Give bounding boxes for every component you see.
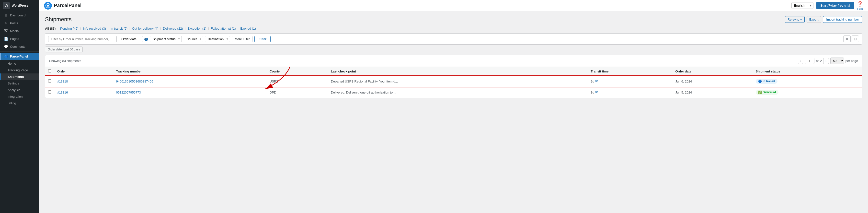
svg-point-1	[47, 5, 49, 7]
tab-info-received[interactable]: Info received (3)	[83, 27, 107, 30]
filter-bar: Order date 1 Shipment status Courier Des…	[45, 33, 862, 44]
tab-failed[interactable]: Failed attempt (1)	[211, 27, 237, 30]
transit-time-cell: 3d ✉	[588, 87, 672, 98]
tracking-link[interactable]: 940013610553685387405	[116, 80, 153, 83]
help-button[interactable]: ❓ Help	[857, 1, 863, 10]
row-checkbox[interactable]	[48, 79, 51, 83]
tab-expired[interactable]: Expired (1)	[240, 27, 256, 30]
tracking-cell: 940013610553685387405	[113, 76, 267, 87]
last-checkpoint-col-header: Last check point	[328, 67, 588, 76]
free-trial-button[interactable]: Start 7-day free trial	[816, 2, 854, 9]
courier-select[interactable]: Courier	[184, 36, 203, 42]
resync-button[interactable]: Re-sync ▾	[785, 16, 805, 23]
sidebar-item-label: Media	[10, 29, 19, 33]
order-date-col-header: Order date	[672, 67, 752, 76]
parcelpanel-label: ParcelPanel	[10, 55, 28, 58]
shipments-table-container: Showing 83 shipments ‹ of 2 › 50 100 200…	[45, 55, 862, 98]
transit-time-value: 3d ✉	[591, 90, 669, 94]
brand-logo-icon	[44, 2, 52, 9]
tab-pending[interactable]: Pending (45)	[60, 27, 79, 30]
tracking-col-header: Tracking number	[113, 67, 267, 76]
comments-icon: 💬	[4, 44, 8, 49]
next-page-button[interactable]: ›	[823, 58, 829, 64]
tab-exception[interactable]: Exception (1)	[187, 27, 207, 30]
row-checkbox[interactable]	[48, 90, 51, 93]
sidebar-item-comments[interactable]: 💬 Comments	[0, 42, 39, 51]
table-header-row: Order Tracking number Courier Last check…	[45, 67, 862, 76]
dashboard-icon: ⊞	[4, 13, 8, 17]
sidebar-item-parcelpanel[interactable]: 🔵 ParcelPanel	[0, 53, 39, 60]
pages-icon: 📄	[4, 37, 8, 41]
prev-page-button[interactable]: ‹	[798, 58, 803, 64]
parcelpanel-icon: 🔵	[4, 55, 8, 58]
tab-all[interactable]: All (83)	[45, 27, 57, 30]
sub-item-label: Billing	[8, 101, 16, 105]
shipment-status-select[interactable]: Shipment status	[150, 36, 182, 42]
sidebar-item-media[interactable]: 🖼 Media	[0, 27, 39, 35]
tracking-link[interactable]: 05122057955773	[116, 91, 141, 94]
sub-item-label: Integration	[8, 95, 23, 98]
order-link[interactable]: #13316	[57, 91, 68, 94]
sub-item-label: Shipments	[8, 75, 24, 79]
select-all-checkbox[interactable]	[48, 69, 51, 72]
more-filter-button[interactable]: More Filter	[232, 36, 252, 42]
row-checkbox-cell	[45, 87, 54, 98]
content-area: Shipments Re-sync ▾ Export Import tracki…	[39, 11, 868, 213]
sidebar-item-pages[interactable]: 📄 Pages	[0, 35, 39, 42]
sidebar-item-dashboard[interactable]: ⊞ Dashboard	[0, 11, 39, 19]
media-icon: 🖼	[4, 29, 8, 33]
per-page-label: per page	[845, 59, 858, 63]
language-select[interactable]: English Français Deutsch	[792, 2, 813, 9]
order-cell: #13318	[54, 76, 113, 87]
order-date-badge: 1	[144, 38, 148, 41]
tab-in-transit[interactable]: In transit (6)	[111, 27, 128, 30]
brand-name: ParcelPanel	[54, 3, 82, 8]
order-date-select[interactable]: Order date	[119, 36, 143, 42]
sidebar: W WordPress ⊞ Dashboard ✎ Posts 🖼 Media …	[0, 0, 39, 213]
sidebar-sub-item-billing[interactable]: Billing	[0, 100, 39, 106]
sidebar-sub-item-integration[interactable]: Integration	[0, 93, 39, 100]
order-date-cell: Jun 6, 2024	[672, 76, 752, 87]
page-actions: Re-sync ▾ Export Import tracking number	[785, 16, 862, 23]
toggle-columns-button[interactable]: ⇅	[843, 35, 850, 42]
resync-label: Re-sync	[787, 18, 799, 21]
sidebar-sub-item-tracking-page[interactable]: Tracking Page	[0, 67, 39, 73]
search-input[interactable]	[48, 36, 117, 42]
destination-wrapper: Destination	[205, 36, 230, 42]
order-link[interactable]: #13318	[57, 80, 68, 83]
page-header: Shipments Re-sync ▾ Export Import tracki…	[45, 16, 862, 23]
courier-cell: USPS	[267, 76, 328, 87]
sidebar-item-posts[interactable]: ✎ Posts	[0, 19, 39, 27]
last-checkpoint-cell: Departed USPS Regional Facility. Your it…	[328, 76, 588, 87]
page-number-input[interactable]	[805, 58, 814, 64]
order-date-cell: Jun 5, 2024	[672, 87, 752, 98]
tracking-cell: 05122057955773	[113, 87, 267, 98]
sidebar-sub-item-shipments[interactable]: Shipments	[0, 73, 39, 80]
view-toggle: ⇅ ⊟	[843, 35, 859, 42]
table-wrapper: Order Tracking number Courier Last check…	[45, 67, 862, 98]
import-button[interactable]: Import tracking number	[823, 16, 862, 23]
sidebar-sub-item-analytics[interactable]: Analytics	[0, 87, 39, 93]
tab-out-delivery[interactable]: Out for delivery (4)	[132, 27, 159, 30]
order-col-header: Order	[54, 67, 113, 76]
sidebar-sub-item-settings[interactable]: Settings	[0, 80, 39, 87]
status-badge: ✅ Delivered	[756, 90, 778, 95]
destination-select[interactable]: Destination	[205, 36, 230, 42]
tab-delivered[interactable]: Delivered (22)	[163, 27, 184, 30]
sidebar-item-label: Dashboard	[10, 13, 26, 17]
shipment-status-col-header: Shipment status	[753, 67, 862, 76]
pagination: ‹ of 2 › 50 100 200 per page	[798, 58, 858, 64]
total-pages: 2	[820, 59, 822, 63]
filter-button[interactable]: Filter	[254, 36, 271, 42]
courier-cell: DPD	[267, 87, 328, 98]
language-selector-wrapper: English Français Deutsch	[792, 2, 813, 9]
per-page-select[interactable]: 50 100 200	[830, 58, 844, 64]
sidebar-sub-item-home[interactable]: Home	[0, 60, 39, 67]
toggle-layout-button[interactable]: ⊟	[851, 35, 859, 42]
date-filter-badge: Order date: Last 60 days	[45, 47, 83, 52]
export-button[interactable]: Export	[807, 16, 821, 23]
sidebar-item-label: Pages	[10, 37, 19, 41]
sidebar-brand: WordPress	[12, 4, 28, 7]
sidebar-header: W WordPress	[0, 0, 39, 11]
table-meta: Showing 83 shipments ‹ of 2 › 50 100 200…	[45, 55, 862, 67]
